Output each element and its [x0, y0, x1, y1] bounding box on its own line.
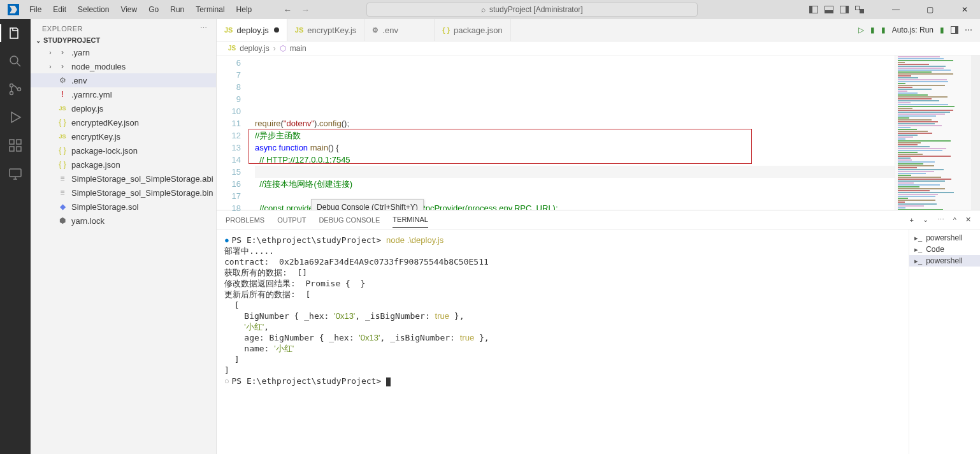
- activity-search-icon[interactable]: [6, 52, 24, 70]
- toggle-secondary-icon[interactable]: [840, 6, 849, 13]
- file-name: deploy.js: [71, 104, 103, 113]
- excl-icon: !: [57, 90, 68, 99]
- menu-terminal[interactable]: Terminal: [191, 3, 229, 17]
- tab-label: deploy.js: [236, 26, 268, 35]
- editor-tab[interactable]: ⚙.env: [364, 19, 435, 41]
- symbol-method-icon: ⬡: [280, 44, 286, 53]
- line-numbers: 6789101112131415161718: [217, 55, 247, 210]
- vscode-icon: [8, 4, 19, 15]
- more-actions-icon[interactable]: ⋯: [965, 26, 972, 34]
- tab-label: .env: [382, 26, 398, 35]
- folder-icon: ›: [57, 62, 68, 71]
- file-tree-item[interactable]: ≡SimpleStorage_sol_SimpleStorage.abi: [31, 172, 216, 186]
- close-panel-icon[interactable]: ✕: [965, 212, 971, 228]
- menu-go[interactable]: Go: [143, 3, 164, 17]
- json-icon: { }: [57, 146, 68, 155]
- terminal-icon: ▸_: [914, 257, 922, 265]
- run-icon[interactable]: ▷: [858, 26, 864, 34]
- menu-run[interactable]: Run: [165, 3, 189, 17]
- minimize-button[interactable]: —: [883, 5, 909, 14]
- terminal-session[interactable]: ▸_Code: [909, 244, 980, 255]
- terminal-output[interactable]: ● PS E:\ethproject\studyProject> node .\…: [217, 230, 909, 454]
- editor-scrollbar[interactable]: [971, 55, 980, 210]
- chevron-right-icon: ›: [47, 49, 54, 56]
- file-name: SimpleStorage.sol: [71, 202, 139, 212]
- editor-tab[interactable]: JSdeploy.js: [217, 19, 287, 41]
- tooltip: Debug Console (Ctrl+Shift+Y): [311, 199, 424, 210]
- new-terminal-icon[interactable]: +: [909, 212, 913, 228]
- file-tree-item[interactable]: ⚙.env: [31, 73, 216, 87]
- breadcrumb[interactable]: JS deploy.js › ⬡ main: [217, 41, 980, 55]
- project-root[interactable]: ⌄ STUDYPROJECT: [31, 35, 216, 45]
- nav-back-icon[interactable]: ←: [282, 5, 292, 15]
- file-tree-item[interactable]: ≡SimpleStorage_sol_SimpleStorage.bin: [31, 186, 216, 200]
- activity-remote-icon[interactable]: [6, 165, 24, 182]
- file-tree-item[interactable]: { }package.json: [31, 157, 216, 172]
- file-tree-item[interactable]: { }package-lock.json: [31, 143, 216, 157]
- chevron-down-icon: ⌄: [36, 37, 41, 44]
- activity-explorer-icon[interactable]: [6, 24, 24, 42]
- editor-tab[interactable]: JSencryptKey.js: [287, 19, 365, 41]
- file-tree-item[interactable]: { }encryptedKey.json: [31, 115, 216, 129]
- android-icon-2[interactable]: ▮: [881, 26, 886, 34]
- terminal-session-name: powershell: [926, 256, 962, 265]
- nav-arrows: ← →: [282, 5, 310, 15]
- menu-view[interactable]: View: [115, 3, 142, 17]
- editor-area: JSdeploy.jsJSencryptKey.js⚙.env{ }packag…: [217, 19, 980, 454]
- code-editor[interactable]: 6789101112131415161718 Debug Console (Ct…: [217, 55, 980, 210]
- maximize-button[interactable]: ▢: [918, 5, 943, 14]
- command-center[interactable]: ⌕ studyProject [Administrator]: [366, 3, 698, 17]
- editor-tab[interactable]: { }package.json: [435, 19, 510, 41]
- customize-layout-icon[interactable]: [855, 6, 864, 13]
- file-tree-item[interactable]: JSdeploy.js: [31, 101, 216, 115]
- autojs-run-label[interactable]: Auto.js: Run: [892, 26, 933, 34]
- file-tree-item[interactable]: JSencryptKey.js: [31, 129, 216, 143]
- menu-selection[interactable]: Selection: [73, 3, 114, 17]
- activity-extensions-icon[interactable]: [6, 136, 24, 154]
- android-icon[interactable]: ▮: [870, 26, 875, 34]
- close-button[interactable]: ✕: [952, 5, 977, 14]
- editor-tabs: JSdeploy.jsJSencryptKey.js⚙.env{ }packag…: [217, 19, 980, 41]
- file-icon: ≡: [57, 188, 68, 197]
- file-tree-item[interactable]: !.yarnrc.yml: [31, 87, 216, 101]
- file-tree-item[interactable]: ⬢yarn.lock: [31, 214, 216, 228]
- title-bar: File Edit Selection View Go Run Terminal…: [0, 0, 980, 19]
- nav-forward-icon[interactable]: →: [300, 5, 310, 15]
- terminal-session[interactable]: ▸_powershell: [909, 255, 980, 267]
- terminal-list: ▸_powershell▸_Code▸_powershell: [909, 230, 980, 454]
- menu-file[interactable]: File: [24, 3, 47, 17]
- activity-bar: [0, 19, 31, 454]
- file-tree-item[interactable]: ◆SimpleStorage.sol: [31, 200, 216, 214]
- panel-tab-problems[interactable]: PROBLEMS: [226, 212, 264, 228]
- panel-more-icon[interactable]: ⋯: [937, 212, 944, 228]
- terminal-icon: ▸_: [914, 245, 922, 254]
- terminal-dropdown-icon[interactable]: ⌄: [923, 212, 928, 228]
- minimap[interactable]: [895, 55, 971, 210]
- file-tree-item[interactable]: ››node_modules: [31, 59, 216, 73]
- split-editor-icon[interactable]: [951, 26, 958, 34]
- menu-help[interactable]: Help: [231, 3, 257, 17]
- code-content[interactable]: Debug Console (Ctrl+Shift+Y) require("do…: [247, 55, 980, 210]
- svg-rect-6: [10, 147, 14, 151]
- activity-run-debug-icon[interactable]: [6, 108, 24, 126]
- json-icon: { }: [57, 118, 68, 127]
- svg-point-3: [18, 88, 21, 91]
- window-controls: — ▢ ✕: [809, 5, 977, 14]
- terminal-session[interactable]: ▸_powershell: [909, 232, 980, 244]
- menu-bar: File Edit Selection View Go Run Terminal…: [24, 3, 257, 17]
- panel-tab-terminal[interactable]: TERMINAL: [393, 212, 428, 228]
- maximize-panel-icon[interactable]: ^: [953, 212, 956, 228]
- explorer-label: EXPLORER: [42, 25, 83, 33]
- explorer-more-icon[interactable]: ⋯: [200, 24, 208, 33]
- dirty-indicator-icon: [274, 27, 279, 33]
- toggle-sidebar-icon[interactable]: [809, 6, 818, 13]
- file-tree-item[interactable]: ››.yarn: [31, 45, 216, 59]
- menu-edit[interactable]: Edit: [48, 3, 71, 17]
- toggle-panel-icon[interactable]: [825, 6, 833, 13]
- android-icon-3[interactable]: ▮: [940, 26, 944, 34]
- panel-tab-debug-console[interactable]: DEBUG CONSOLE: [319, 212, 380, 228]
- activity-source-control-icon[interactable]: [6, 80, 24, 98]
- breadcrumb-file: deploy.js: [240, 44, 269, 53]
- panel-tab-output[interactable]: OUTPUT: [277, 212, 306, 228]
- json-icon: { }: [57, 160, 68, 169]
